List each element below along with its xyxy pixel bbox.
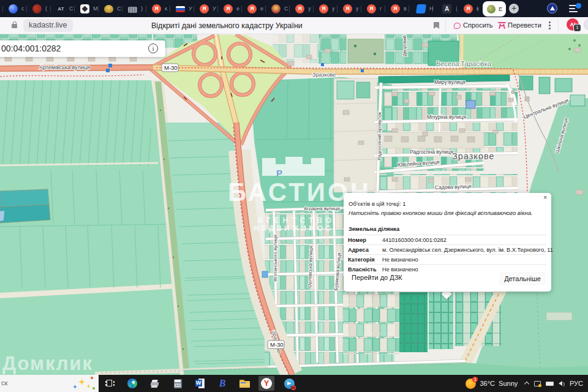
svg-text:АГЕНТСТВО: АГЕНТСТВО <box>257 216 335 225</box>
svg-text:НЕДВИЖИМОС: НЕДВИЖИМОС <box>254 224 333 233</box>
svg-text:Зразкове: Зразкове <box>312 72 336 78</box>
svg-text:Радгоспна вулиця: Радгоспна вулиця <box>410 149 453 155</box>
svg-text:Р: Р <box>276 168 282 178</box>
svg-text:М-30: М-30 <box>270 341 284 348</box>
svg-text:Мічуріна вулиця: Мічуріна вулиця <box>427 114 466 120</box>
svg-text:Дворовий пров.: Дворовий пров. <box>402 34 407 56</box>
svg-text:Весела Тарасівка: Весела Тарасівка <box>436 60 492 67</box>
svg-text:Миру вулиця: Миру вулиця <box>434 79 466 85</box>
svg-text:Артемівська вулиця: Артемівська вулиця <box>39 64 90 70</box>
svg-text:Садова вулиця: Садова вулиця <box>435 183 472 190</box>
svg-text:Радгоспний провулок: Радгоспний провулок <box>377 111 382 160</box>
svg-text:Аграрна вулиця: Аграрна вулиця <box>304 206 340 211</box>
svg-text:М-30: М-30 <box>164 64 178 71</box>
svg-text:Яготинського вулиця: Яготинського вулиця <box>273 235 278 282</box>
svg-text:Домклик: Домклик <box>2 353 93 374</box>
svg-text:Зразкове: Зразкове <box>452 151 495 161</box>
